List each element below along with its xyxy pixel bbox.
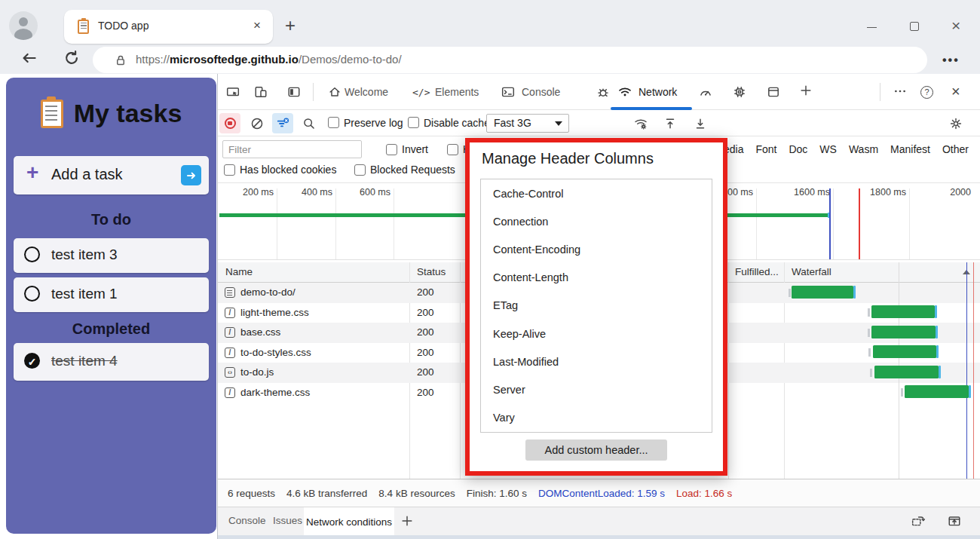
inspect-icon[interactable] [226, 85, 240, 101]
maximize-button[interactable] [910, 22, 919, 31]
throttling-dropdown[interactable]: Fast 3G [486, 114, 569, 133]
has-blocked-cookies-checkbox[interactable] [224, 164, 235, 176]
blocked-requests-label: Blocked Requests [370, 164, 455, 176]
expand-drawer-icon[interactable] [948, 514, 961, 530]
network-settings-gear-icon[interactable] [945, 113, 966, 133]
new-tab-button[interactable]: + [285, 15, 296, 36]
filter-input[interactable] [222, 140, 362, 158]
column-fulfilled[interactable]: Fulfilled... [735, 266, 779, 277]
import-arrow-icon [663, 117, 677, 130]
devtools-close-icon[interactable]: × [951, 83, 960, 100]
network-wifi-icon[interactable] [618, 85, 632, 101]
blocked-requests-checkbox[interactable] [354, 164, 366, 176]
window-close-button[interactable]: × [951, 17, 960, 35]
drawer-tab-console[interactable]: Console [228, 515, 266, 526]
add-task-submit-button[interactable] [181, 165, 201, 185]
header-option[interactable]: Content-Length [481, 264, 712, 292]
todo-item[interactable]: test item 3 [14, 238, 209, 273]
todo-favicon-icon [78, 20, 89, 34]
tab-title: TODO app [98, 20, 149, 32]
browser-tab[interactable]: TODO app × [64, 10, 273, 44]
column-waterfall[interactable]: Waterfall [792, 266, 831, 277]
tab-close-icon[interactable]: × [253, 18, 261, 33]
import-har-button[interactable] [660, 113, 681, 133]
waterfall-bar[interactable] [871, 326, 936, 338]
help-icon[interactable]: ? [920, 86, 933, 99]
chip-wasm[interactable]: Wasm [849, 143, 878, 155]
add-custom-header-button[interactable]: Add custom header... [525, 439, 667, 461]
application-icon[interactable] [767, 85, 780, 101]
memory-chip-icon[interactable] [733, 85, 746, 101]
back-button[interactable] [21, 50, 38, 69]
chip-font[interactable]: Font [755, 143, 776, 155]
devtools-menu-icon[interactable] [893, 84, 907, 100]
profile-avatar[interactable] [9, 11, 38, 40]
header-option[interactable]: Vary [481, 404, 712, 432]
document-file-icon [225, 287, 235, 298]
record-button[interactable] [219, 113, 240, 133]
waterfall-bar[interactable] [871, 305, 935, 318]
todo-item[interactable]: test item 1 [14, 277, 209, 312]
checkbox-circle-icon[interactable] [24, 286, 40, 302]
network-summary-bar: 6 requests 4.6 kB transferred 8.4 kB res… [218, 479, 980, 507]
waterfall-bar[interactable] [874, 366, 939, 378]
stylesheet-file-icon [225, 327, 235, 338]
add-task-field[interactable]: + Add a task [14, 156, 209, 194]
network-conditions-button[interactable] [630, 113, 651, 133]
tick-1600ms: 1600 ms [794, 187, 830, 198]
browser-menu-button[interactable]: ••• [942, 54, 960, 67]
rotate-device-icon[interactable] [911, 514, 925, 530]
tab-elements[interactable]: Elements [435, 86, 479, 98]
tick-200ms: 200 ms [243, 187, 274, 198]
dialog-title: Manage Header Columns [482, 150, 654, 167]
load-event-marker [859, 188, 860, 259]
refresh-button[interactable] [63, 50, 80, 69]
disable-cache-checkbox[interactable] [408, 117, 419, 128]
header-option[interactable]: Server [481, 376, 712, 404]
activity-bar-icon[interactable] [287, 85, 301, 101]
waterfall-bar[interactable] [873, 345, 936, 358]
device-emulation-icon[interactable] [254, 85, 268, 101]
separator [880, 83, 880, 101]
drawer-tab-issues[interactable]: Issues [273, 515, 302, 526]
chip-ws[interactable]: WS [819, 143, 837, 155]
completed-item[interactable]: ✓ test item 4 [14, 343, 209, 381]
minimize-button[interactable] [867, 27, 877, 28]
waterfall-bar[interactable] [792, 286, 853, 299]
header-option[interactable]: Connection [481, 207, 712, 235]
checkbox-circle-icon[interactable] [24, 247, 40, 262]
tab-welcome[interactable]: Welcome [345, 86, 388, 98]
header-option[interactable]: Last-Modified [481, 348, 712, 375]
clear-button[interactable] [247, 113, 268, 133]
debugger-bug-icon[interactable] [596, 85, 610, 101]
column-status[interactable]: Status [417, 266, 446, 277]
console-icon[interactable] [501, 85, 515, 101]
tab-network[interactable]: Network [639, 86, 677, 98]
network-toolbar: Preserve log Disable cache Fast 3G [218, 110, 980, 136]
preserve-log-checkbox[interactable] [328, 117, 339, 128]
header-option[interactable]: Keep-Alive [481, 320, 712, 348]
chip-other[interactable]: Other [942, 143, 969, 155]
home-icon[interactable] [328, 85, 341, 101]
more-tools-plus-icon[interactable] [799, 84, 813, 100]
invert-checkbox[interactable] [386, 144, 397, 155]
wifi-gear-icon [634, 117, 648, 130]
header-columns-list: Cache-Control Connection Content-Encodin… [480, 179, 712, 433]
waterfall-bar[interactable] [905, 385, 969, 398]
tab-console[interactable]: Console [522, 86, 560, 98]
filter-button[interactable] [272, 113, 293, 133]
drawer-add-tab-icon[interactable] [400, 514, 414, 530]
checked-circle-icon[interactable]: ✓ [24, 353, 40, 369]
export-har-button[interactable] [690, 113, 711, 133]
performance-gauge-icon[interactable] [699, 85, 712, 101]
column-name[interactable]: Name [225, 266, 253, 277]
hide-data-urls-checkbox[interactable] [447, 144, 458, 155]
chip-manifest[interactable]: Manifest [890, 143, 930, 155]
drawer-tab-network-conditions[interactable]: Network conditions [304, 507, 394, 536]
elements-code-icon[interactable]: </> [412, 87, 430, 98]
search-button[interactable] [299, 113, 320, 133]
header-option[interactable]: ETag [481, 292, 712, 320]
chip-doc[interactable]: Doc [789, 143, 807, 155]
header-option[interactable]: Content-Encoding [481, 235, 712, 263]
header-option[interactable]: Cache-Control [481, 179, 712, 207]
